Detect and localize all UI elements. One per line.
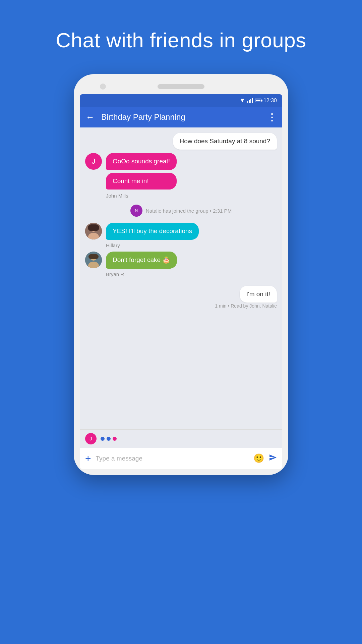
- avatar-john: J: [85, 153, 102, 170]
- input-bar: + Type a message 🙂: [80, 448, 282, 469]
- message-incoming-bryan: Don't forget cake 🎂 Bryan R: [85, 252, 248, 277]
- add-attachment-button[interactable]: +: [85, 453, 91, 464]
- conversation-title: Birthday Party Planning: [101, 112, 260, 122]
- page-title: Chat with friends in groups: [56, 27, 306, 54]
- bubble-outgoing-1: How does Saturday at 8 sound?: [173, 133, 277, 150]
- message-incoming-hillary: YES! I'll buy the decorations Hillary: [85, 223, 248, 248]
- hillary-avatar-img: [85, 223, 102, 239]
- svg-rect-3: [88, 224, 99, 231]
- typing-avatar: J: [85, 433, 97, 444]
- phone-top: [80, 84, 282, 89]
- phone-wrapper: ▼ 12:30 ← Birthday Party Planning ⋮ How …: [74, 74, 288, 475]
- send-button[interactable]: [269, 453, 277, 464]
- read-receipt: 1 min • Read by John, Natalie: [215, 303, 277, 309]
- bubble-john-1: OoOo sounds great!: [106, 153, 177, 170]
- avatar-bryan: [85, 252, 102, 268]
- avatar-hillary: [85, 223, 102, 239]
- john-messages: OoOo sounds great! Count me in! John Mil…: [106, 153, 177, 199]
- wifi-icon: ▼: [239, 97, 245, 104]
- status-bar: ▼ 12:30: [80, 94, 282, 107]
- phone-speaker: [158, 84, 204, 89]
- phone-camera: [100, 84, 106, 90]
- typing-dot-2: [107, 437, 111, 441]
- signal-icon: [247, 98, 253, 103]
- bubble-hillary: YES! I'll buy the decorations: [106, 223, 199, 240]
- app-bar: ← Birthday Party Planning ⋮: [80, 107, 282, 127]
- system-text: Natalie has joined the group • 2:31 PM: [146, 208, 232, 214]
- bryan-messages: Don't forget cake 🎂 Bryan R: [106, 252, 177, 277]
- natalie-system-avatar: N: [130, 205, 142, 217]
- bryan-avatar-img: [85, 252, 102, 268]
- chat-area: How does Saturday at 8 sound? J OoOo sou…: [80, 127, 282, 429]
- sender-john: John Mills: [106, 193, 177, 199]
- sender-bryan: Bryan R: [106, 271, 177, 277]
- more-menu-button[interactable]: ⋮: [267, 112, 276, 123]
- status-time: 12:30: [263, 98, 277, 104]
- phone-screen: ▼ 12:30 ← Birthday Party Planning ⋮ How …: [80, 94, 282, 469]
- message-input[interactable]: Type a message: [96, 455, 249, 462]
- status-icons: ▼ 12:30: [239, 97, 277, 104]
- svg-rect-7: [88, 254, 99, 259]
- typing-dot-1: [101, 437, 105, 441]
- typing-dot-3: [113, 437, 117, 441]
- bubble-bryan: Don't forget cake 🎂: [106, 252, 177, 269]
- typing-indicator: J: [80, 429, 282, 448]
- hillary-messages: YES! I'll buy the decorations Hillary: [106, 223, 199, 248]
- system-message-natalie: N Natalie has joined the group • 2:31 PM: [85, 205, 277, 217]
- battery-icon: [255, 99, 261, 102]
- bubble-outgoing-imonit: I'm on it!: [240, 286, 277, 303]
- message-outgoing-imonit: I'm on it! 1 min • Read by John, Natalie: [215, 286, 277, 309]
- typing-dots: [101, 437, 117, 441]
- emoji-button[interactable]: 🙂: [253, 453, 264, 464]
- message-outgoing-1: How does Saturday at 8 sound?: [173, 133, 277, 150]
- back-button[interactable]: ←: [86, 112, 95, 122]
- bubble-john-2: Count me in!: [106, 173, 177, 190]
- sender-hillary: Hillary: [106, 243, 199, 248]
- message-incoming-john: J OoOo sounds great! Count me in! John M…: [85, 153, 248, 199]
